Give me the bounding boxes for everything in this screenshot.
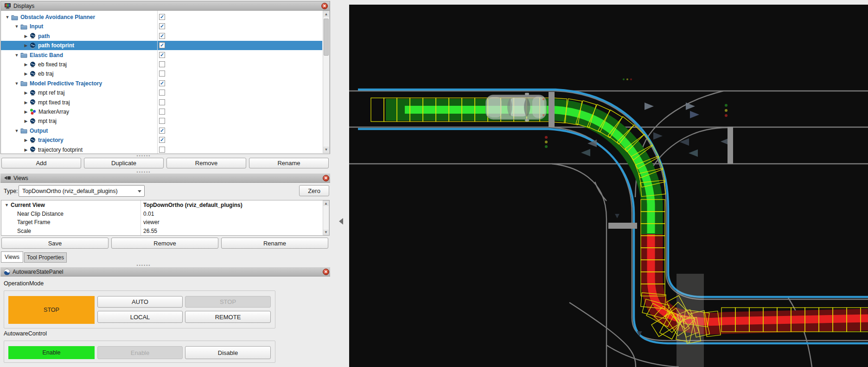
tree-column-divider [157, 11, 158, 154]
visibility-checkbox[interactable]: ✓ [159, 80, 165, 86]
visibility-checkbox[interactable] [159, 71, 165, 77]
tree-item-markerarray[interactable]: ▶MarkerArray [1, 107, 322, 116]
topic-icon [30, 137, 36, 143]
remove-button[interactable]: Remove [166, 158, 246, 168]
chevron-down-icon[interactable]: ▼ [14, 24, 19, 29]
autoware-icon [4, 269, 10, 275]
chevron-right-icon[interactable]: ▶ [23, 62, 29, 67]
chevron-right-icon[interactable]: ▶ [23, 100, 29, 105]
chevron-right-icon[interactable]: ▶ [23, 109, 29, 114]
tree-item-elastic-band[interactable]: ▼Elastic Band✓ [1, 51, 322, 60]
tree-item-output[interactable]: ▼Output✓ [1, 126, 322, 135]
current-view-table: ▼ Current View TopDownOrtho (rviz_defaul… [1, 200, 330, 236]
splitter-collapse-icon[interactable] [339, 218, 343, 225]
topic-icon [30, 62, 36, 68]
rename-view-button[interactable]: Rename [221, 238, 328, 249]
chevron-down-icon[interactable]: ▼ [14, 129, 19, 133]
tree-item-trajectory[interactable]: ▶trajectory✓ [1, 135, 322, 145]
splitter-handle[interactable]: •••••• [130, 264, 158, 267]
tree-item-model-predictive-trajectory[interactable]: ▼Model Predictive Trajectory✓ [1, 79, 322, 88]
visibility-checkbox[interactable] [159, 90, 165, 96]
displays-tree: ▼Obstacle Avoidance Planner✓▼Input✓▶path… [1, 11, 322, 154]
views-panel-header[interactable]: Views [0, 174, 330, 183]
stop-button: STOP [185, 296, 271, 308]
duplicate-button[interactable]: Duplicate [84, 158, 164, 168]
topic-icon [30, 43, 36, 49]
remote-button[interactable]: REMOTE [185, 311, 271, 323]
view-type-dropdown[interactable]: TopDownOrtho (rviz_default_plugins) [19, 185, 145, 197]
visibility-checkbox[interactable]: ✓ [159, 42, 165, 48]
table-row[interactable]: Near Clip Distance 0.01 [1, 210, 322, 219]
visibility-checkbox[interactable]: ✓ [159, 23, 165, 29]
zero-button[interactable]: Zero [299, 185, 329, 196]
table-row[interactable]: ▼ Current View TopDownOrtho (rviz_defaul… [1, 201, 322, 210]
chevron-down-icon[interactable]: ▼ [5, 203, 9, 207]
table-scrollbar[interactable]: ▲ ▼ [323, 200, 329, 235]
tree-item-path-footprint[interactable]: ▶path footprint✓ [1, 41, 322, 50]
folder-icon [20, 80, 27, 86]
chevron-right-icon[interactable]: ▶ [23, 119, 29, 123]
chevron-right-icon[interactable]: ▶ [23, 148, 29, 152]
autoware-panel-header[interactable]: AutowareStatePanel [0, 267, 330, 277]
tree-item-path[interactable]: ▶path✓ [1, 32, 322, 41]
displays-close-icon[interactable]: ✕ [321, 3, 328, 9]
autoware-control-state: Enable [8, 346, 95, 359]
visibility-checkbox[interactable]: ✓ [159, 128, 165, 134]
visibility-checkbox[interactable] [159, 99, 165, 105]
visibility-checkbox[interactable] [159, 109, 165, 115]
tree-item-obstacle-avoidance-planner[interactable]: ▼Obstacle Avoidance Planner✓ [1, 13, 322, 22]
visibility-checkbox[interactable] [159, 147, 165, 153]
save-view-button[interactable]: Save [1, 238, 108, 249]
visibility-checkbox[interactable]: ✓ [159, 52, 165, 58]
chevron-down-icon[interactable]: ▼ [14, 53, 19, 58]
chevron-down-icon[interactable]: ▼ [14, 81, 19, 86]
scrollbar-thumb[interactable] [324, 19, 329, 56]
tree-item-mpt-traj[interactable]: ▶mpt traj [1, 116, 322, 126]
autoware-control-label: AutowareControl [4, 330, 47, 337]
tree-item-trajectory-footprint[interactable]: ▶trajectory footprint [1, 145, 322, 154]
scroll-up-icon[interactable]: ▲ [323, 201, 329, 206]
tree-item-eb-fixed-traj[interactable]: ▶eb fixed traj [1, 60, 322, 69]
views-close-icon[interactable]: ✕ [323, 175, 329, 181]
views-icon [4, 175, 11, 180]
chevron-right-icon[interactable]: ▶ [23, 138, 29, 142]
topic-icon [30, 99, 36, 105]
marker-array-icon [30, 109, 36, 115]
tree-item-eb-traj[interactable]: ▶eb traj [1, 69, 322, 78]
tree-item-mpt-fixed-traj[interactable]: ▶mpt fixed traj [1, 98, 322, 107]
local-button[interactable]: LOCAL [97, 311, 183, 323]
folder-icon [11, 14, 18, 20]
chevron-right-icon[interactable]: ▶ [23, 71, 29, 76]
displays-panel-title: Displays [13, 3, 34, 9]
3d-viewport[interactable] [349, 5, 868, 367]
tree-item-mpt-ref-traj[interactable]: ▶mpt ref traj [1, 88, 322, 97]
visibility-checkbox[interactable]: ✓ [159, 14, 165, 20]
visibility-checkbox[interactable] [159, 61, 165, 67]
chevron-right-icon[interactable]: ▶ [23, 43, 29, 48]
displays-panel-header[interactable]: Displays [1, 1, 330, 11]
scroll-up-icon[interactable]: ▲ [323, 11, 329, 17]
displays-panel: Displays ✕ ▼Obstacle Avoidance Planner✓▼… [0, 1, 330, 154]
rename-button[interactable]: Rename [249, 158, 329, 168]
auto-button[interactable]: AUTO [97, 296, 183, 308]
add-button[interactable]: Add [1, 158, 81, 168]
disable-button[interactable]: Disable [185, 346, 271, 359]
table-row[interactable]: Scale 26.55 [1, 227, 322, 236]
visibility-checkbox[interactable]: ✓ [159, 33, 165, 39]
chevron-right-icon[interactable]: ▶ [23, 90, 29, 95]
visibility-checkbox[interactable] [159, 118, 165, 124]
tab-tool-properties[interactable]: Tool Properties [24, 252, 67, 263]
remove-view-button[interactable]: Remove [111, 238, 218, 249]
scroll-down-icon[interactable]: ▼ [323, 147, 329, 153]
displays-tree-scrollbar[interactable]: ▲ ▼ [323, 11, 330, 153]
autoware-panel-title: AutowareStatePanel [13, 269, 63, 275]
splitter-handle[interactable]: •••••• [130, 155, 158, 157]
chevron-right-icon[interactable]: ▶ [23, 34, 29, 39]
tree-item-input[interactable]: ▼Input✓ [1, 22, 322, 31]
chevron-down-icon[interactable]: ▼ [5, 15, 10, 19]
autoware-close-icon[interactable]: ✕ [323, 269, 329, 275]
tab-views[interactable]: Views [1, 251, 23, 263]
visibility-checkbox[interactable]: ✓ [159, 137, 165, 143]
table-row[interactable]: Target Frame viewer [1, 218, 322, 227]
scroll-down-icon[interactable]: ▼ [323, 230, 329, 235]
